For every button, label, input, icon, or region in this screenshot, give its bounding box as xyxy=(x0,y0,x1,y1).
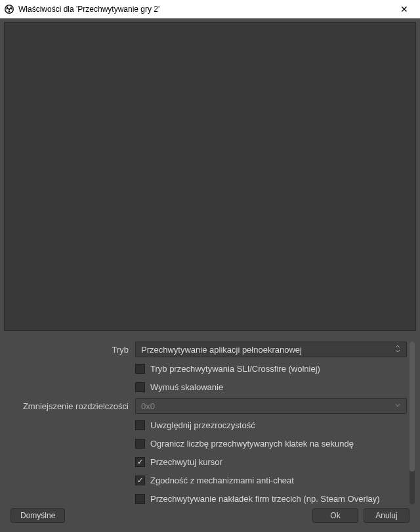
updown-icon xyxy=(394,344,401,355)
resolution-select: 0x0 xyxy=(135,398,407,414)
anticheat-checkbox[interactable] xyxy=(135,476,145,485)
force-scale-label[interactable]: Wymuś skalowanie xyxy=(150,382,223,392)
mode-select[interactable]: Przechwytywanie aplikacji pełnoekranowej xyxy=(135,342,407,357)
content: Tryb Przechwytywanie aplikacji pełnoekra… xyxy=(0,18,420,532)
cancel-button[interactable]: Anuluj xyxy=(364,508,410,523)
footer: Domyślne Ok Anuluj xyxy=(4,504,416,528)
preview-area xyxy=(4,22,416,331)
transparency-label[interactable]: Uwzględnij przezroczystość xyxy=(150,420,255,430)
force-scale-checkbox[interactable] xyxy=(135,382,145,392)
transparency-checkbox[interactable] xyxy=(135,420,145,430)
overlay-checkbox[interactable] xyxy=(135,494,145,504)
limit-fps-checkbox[interactable] xyxy=(135,439,145,449)
resolution-value: 0x0 xyxy=(141,401,155,411)
sli-label[interactable]: Tryb przechwytywania SLI/Crossfire (woln… xyxy=(150,364,320,374)
close-button[interactable]: ✕ xyxy=(392,4,416,14)
window-title: Właściwości dla 'Przechwytywanie gry 2' xyxy=(18,5,392,14)
svg-point-3 xyxy=(7,9,9,12)
mode-label: Tryb xyxy=(4,345,135,355)
defaults-button[interactable]: Domyślne xyxy=(10,508,65,523)
overlay-label[interactable]: Przechwytywanie nakładek firm trzecich (… xyxy=(150,494,380,504)
capture-cursor-checkbox[interactable] xyxy=(135,457,145,467)
scrollbar-thumb[interactable] xyxy=(410,342,415,472)
limit-fps-label[interactable]: Ogranicz liczbę przechwytywanych klatek … xyxy=(150,439,354,449)
resolution-label: Zmniejszenie rozdzielczości xyxy=(4,401,135,411)
anticheat-label[interactable]: Zgodność z mechanizmami anti-cheat xyxy=(150,476,294,485)
capture-cursor-label[interactable]: Przechwytuj kursor xyxy=(150,457,222,467)
properties-form: Tryb Przechwytywanie aplikacji pełnoekra… xyxy=(4,342,416,504)
mode-select-value: Przechwytywanie aplikacji pełnoekranowej xyxy=(141,345,302,355)
svg-point-4 xyxy=(10,9,12,12)
chevron-down-icon xyxy=(394,402,401,410)
titlebar: Właściwości dla 'Przechwytywanie gry 2' … xyxy=(0,0,420,18)
sli-checkbox[interactable] xyxy=(135,364,145,374)
app-icon xyxy=(4,4,14,14)
ok-button[interactable]: Ok xyxy=(312,508,358,523)
svg-point-2 xyxy=(8,6,10,9)
